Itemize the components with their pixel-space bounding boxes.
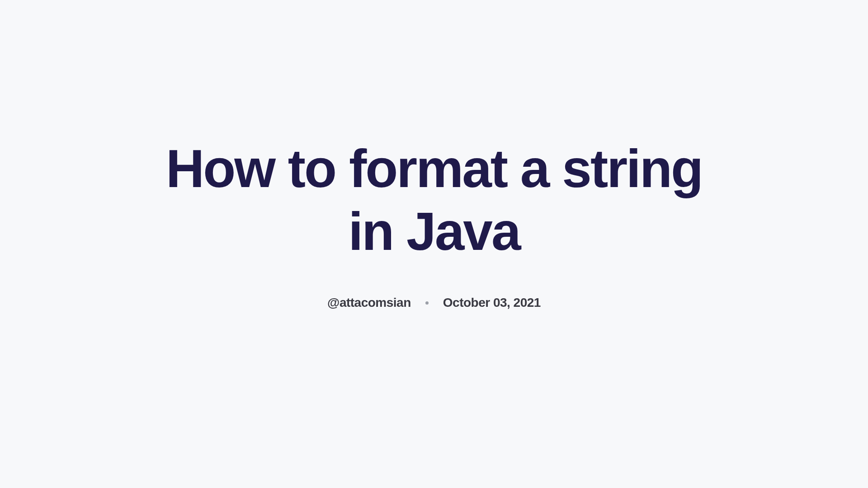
separator-dot-icon — [425, 301, 429, 305]
article-header: How to format a string in Java @attacoms… — [140, 137, 728, 310]
publish-date: October 03, 2021 — [443, 296, 541, 310]
article-meta: @attacomsian October 03, 2021 — [327, 296, 541, 310]
article-title: How to format a string in Java — [140, 137, 728, 263]
author-handle: @attacomsian — [327, 296, 411, 310]
